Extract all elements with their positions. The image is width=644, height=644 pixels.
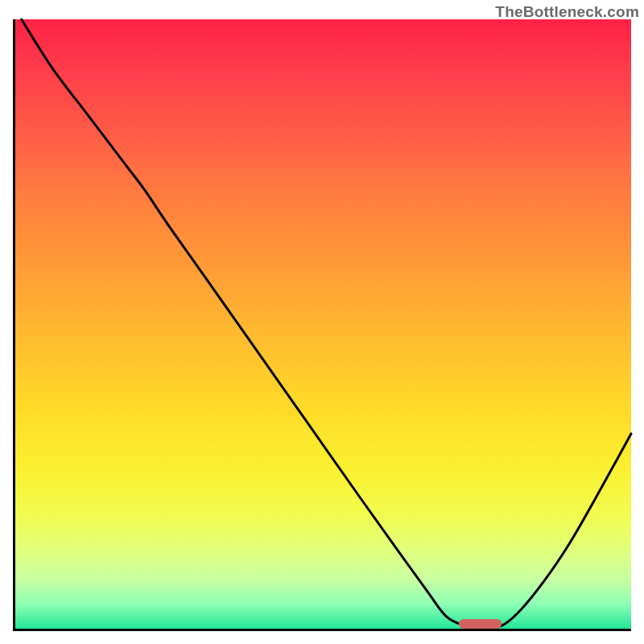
bottleneck-curve-svg xyxy=(15,19,631,629)
optimal-zone-marker xyxy=(459,619,502,629)
watermark-text: TheBottleneck.com xyxy=(495,3,639,21)
chart-container: TheBottleneck.com xyxy=(0,0,644,644)
plot-area xyxy=(13,19,631,631)
bottleneck-curve xyxy=(22,19,631,629)
